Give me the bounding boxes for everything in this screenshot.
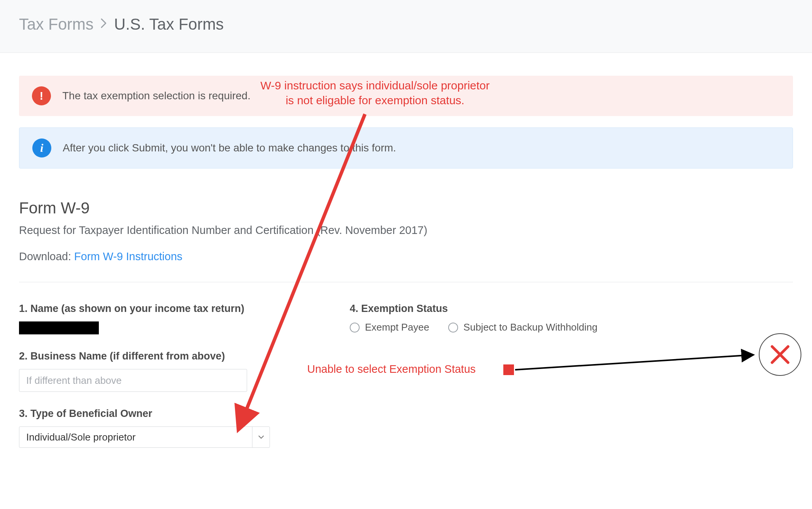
business-name-label: 2. Business Name (if different from abov… bbox=[19, 350, 270, 362]
owner-type-select[interactable]: Individual/Sole proprietor bbox=[19, 426, 270, 448]
annotation-top: W-9 instruction says individual/sole pro… bbox=[260, 78, 490, 108]
radio-icon bbox=[350, 323, 360, 332]
form-header: Form W-9 Request for Taxpayer Identifica… bbox=[19, 199, 793, 263]
breadcrumb-bar: Tax Forms U.S. Tax Forms bbox=[0, 0, 812, 53]
field-business-name: 2. Business Name (if different from abov… bbox=[19, 350, 270, 392]
divider bbox=[19, 282, 793, 282]
exemption-status-label: 4. Exemption Status bbox=[350, 303, 692, 315]
breadcrumb-current: U.S. Tax Forms bbox=[114, 15, 224, 33]
annotation-mid: Unable to select Exemption Status bbox=[307, 363, 476, 375]
field-name: 1. Name (as shown on your income tax ret… bbox=[19, 303, 270, 334]
exclamation-icon: ! bbox=[32, 86, 51, 105]
annotation-top-line2: is not eligable for exemption status. bbox=[285, 94, 464, 107]
x-circle-icon bbox=[759, 333, 801, 376]
alert-error-text: The tax exemption selection is required. bbox=[62, 90, 251, 102]
breadcrumb: Tax Forms U.S. Tax Forms bbox=[19, 15, 793, 33]
radio-exempt-payee[interactable]: Exempt Payee bbox=[350, 321, 429, 333]
radio-icon bbox=[448, 323, 458, 332]
radio-backup-withholding[interactable]: Subject to Backup Withholding bbox=[448, 321, 598, 333]
name-label: 1. Name (as shown on your income tax ret… bbox=[19, 303, 270, 315]
form-title: Form W-9 bbox=[19, 199, 793, 217]
name-value-redacted bbox=[19, 321, 99, 334]
info-icon: i bbox=[32, 138, 51, 157]
business-name-input[interactable] bbox=[19, 369, 247, 392]
breadcrumb-root[interactable]: Tax Forms bbox=[19, 15, 94, 33]
alert-info-text: After you click Submit, you won't be abl… bbox=[63, 142, 396, 154]
owner-type-label: 3. Type of Beneficial Owner bbox=[19, 408, 270, 420]
annotation-square bbox=[503, 364, 514, 375]
chevron-right-icon bbox=[100, 18, 107, 31]
radio-exempt-payee-label: Exempt Payee bbox=[365, 321, 429, 333]
annotation-top-line1: W-9 instruction says individual/sole pro… bbox=[260, 79, 490, 92]
alert-info: i After you click Submit, you won't be a… bbox=[19, 127, 793, 169]
form-subtitle: Request for Taxpayer Identification Numb… bbox=[19, 224, 793, 237]
owner-type-value: Individual/Sole proprietor bbox=[19, 427, 252, 447]
download-link[interactable]: Form W-9 Instructions bbox=[74, 250, 182, 262]
field-owner-type: 3. Type of Beneficial Owner Individual/S… bbox=[19, 408, 270, 448]
field-exemption-status: 4. Exemption Status Exempt Payee Subject… bbox=[350, 303, 692, 333]
chevron-down-icon bbox=[252, 427, 270, 447]
form-grid: 1. Name (as shown on your income tax ret… bbox=[19, 303, 793, 464]
download-row: Download: Form W-9 Instructions bbox=[19, 250, 793, 263]
download-label: Download: bbox=[19, 250, 74, 262]
radio-backup-withholding-label: Subject to Backup Withholding bbox=[463, 321, 598, 333]
